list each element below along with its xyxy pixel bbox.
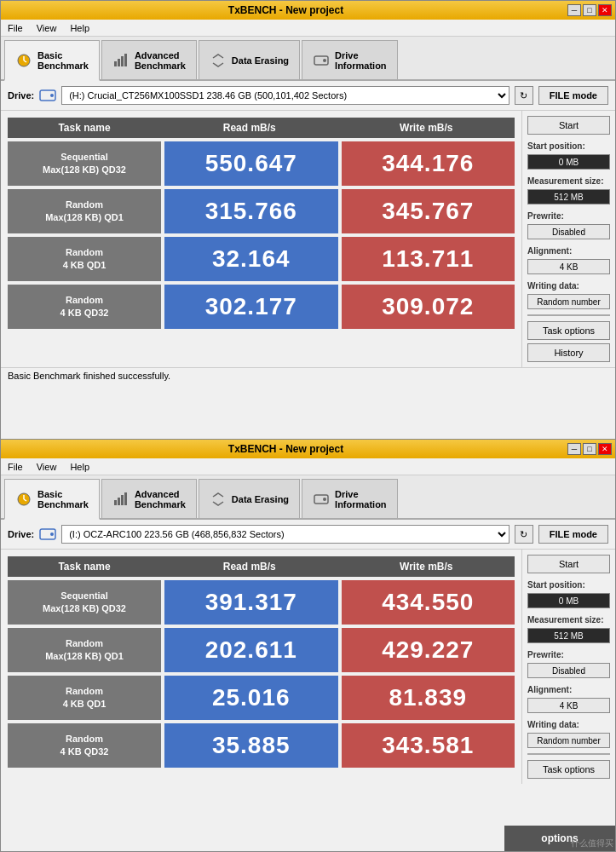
bench-label-3-1: Random4 KB QD1 [8, 237, 161, 281]
clock-icon [15, 52, 32, 69]
start-button-2[interactable]: Start [527, 555, 610, 573]
prewrite-value-2: Disabled [527, 663, 610, 678]
bench-read-3-1: 32.164 [164, 237, 338, 281]
bench-write-3-2: 81.839 [342, 676, 515, 720]
bench-read-2-1: 315.766 [164, 189, 338, 233]
window-1: TxBENCH - New project ─ □ ✕ File View He… [0, 0, 616, 443]
maximize-button-1[interactable]: □ [583, 4, 596, 16]
status-bar-1: Basic Benchmark finished successfully. [1, 367, 615, 383]
menu-help-1[interactable]: Help [66, 21, 93, 35]
svg-rect-6 [124, 54, 127, 66]
tab-data-erasing-2[interactable]: Data Erasing [199, 479, 300, 518]
drive-refresh-button-2[interactable]: ↻ [515, 525, 533, 544]
menu-view-1[interactable]: View [33, 21, 60, 35]
window-title-1: TxBENCH - New project [4, 4, 567, 16]
menu-help-2[interactable]: Help [66, 460, 93, 474]
menu-file-2[interactable]: File [4, 460, 26, 474]
start-position-value-1: 0 MB [527, 154, 610, 170]
arrows-icon-1 [210, 52, 227, 69]
drive-icon-2 [39, 527, 56, 541]
arrows-icon-2 [210, 491, 227, 508]
start-position-label-2: Start position: [527, 580, 610, 590]
separator-1 [527, 314, 610, 316]
bench-header-1: Task name Read mB/s Write mB/s [8, 118, 515, 138]
bench-row-4-2: Random4 KB QD32 35.885 343.581 [8, 723, 515, 768]
bench-label-1-1: SequentialMax(128 KB) QD32 [8, 141, 161, 186]
maximize-button-2[interactable]: □ [583, 443, 596, 455]
separator-2 [527, 753, 610, 755]
tab-drive-info-1[interactable]: DriveInformation [302, 40, 398, 79]
tab-drive-label-2: DriveInformation [335, 489, 387, 509]
task-options-button-1[interactable]: Task options [527, 321, 610, 340]
bench-row-4-1: Random4 KB QD32 302.177 309.072 [8, 285, 515, 329]
drive-select-2[interactable]: (I:) OCZ-ARC100 223.56 GB (468,856,832 S… [61, 525, 509, 544]
bench-row-3-1: Random4 KB QD1 32.164 113.711 [8, 237, 515, 281]
task-options-button-2[interactable]: Task options [527, 760, 610, 779]
history-button-1[interactable]: History [527, 343, 610, 362]
drive-refresh-button-1[interactable]: ↻ [515, 86, 533, 105]
bench-read-2-2: 202.611 [164, 628, 338, 672]
bench-row-1-1: SequentialMax(128 KB) QD32 550.647 344.1… [8, 141, 515, 186]
content-area-2: Task name Read mB/s Write mB/s Sequentia… [1, 550, 615, 784]
file-mode-button-2[interactable]: FILE mode [538, 525, 608, 544]
tab-basic-benchmark-2[interactable]: BasicBenchmark [4, 479, 100, 520]
svg-rect-17 [124, 492, 127, 505]
window-controls-2: ─ □ ✕ [567, 443, 612, 455]
svg-rect-14 [114, 500, 117, 505]
svg-rect-15 [118, 498, 120, 505]
tab-advanced-benchmark-1[interactable]: AdvancedBenchmark [101, 40, 197, 79]
start-button-1[interactable]: Start [527, 116, 610, 135]
drive-bar-1: Drive: (H:) Crucial_CT256MX100SSD1 238.4… [1, 81, 615, 111]
tab-drive-label-1: DriveInformation [335, 50, 387, 71]
svg-rect-3 [114, 61, 117, 66]
tab-advanced-label-1: AdvancedBenchmark [135, 50, 186, 71]
menu-bar-2: File View Help [1, 458, 615, 475]
prewrite-label-1: Prewrite: [527, 211, 610, 221]
right-panel-1: Start Start position: 0 MB Measurement s… [521, 111, 615, 367]
status-text-1: Basic Benchmark finished successfully. [8, 371, 170, 381]
writing-data-label-2: Writing data: [527, 720, 610, 729]
col-task-name-2: Task name [8, 556, 161, 577]
bench-read-1-1: 550.647 [164, 141, 338, 186]
drive-icon-1 [39, 89, 56, 102]
bench-write-4-2: 343.581 [342, 723, 515, 768]
bench-label-3-2: Random4 KB QD1 [8, 676, 161, 720]
tab-basic-label-1: BasicBenchmark [37, 50, 89, 71]
tab-drive-info-2[interactable]: DriveInformation [302, 479, 398, 518]
file-mode-button-1[interactable]: FILE mode [538, 86, 608, 105]
bench-row-2-1: RandomMax(128 KB) QD1 315.766 345.767 [8, 189, 515, 233]
start-position-label-1: Start position: [527, 141, 610, 151]
benchmark-table-1: Task name Read mB/s Write mB/s Sequentia… [1, 111, 521, 367]
tab-basic-benchmark-1[interactable]: BasicBenchmark [4, 40, 100, 81]
tab-data-erasing-1[interactable]: Data Erasing [199, 40, 300, 79]
window-controls-1: ─ □ ✕ [567, 4, 612, 16]
tab-basic-label-2: BasicBenchmark [37, 489, 89, 509]
menu-bar-1: File View Help [1, 20, 615, 37]
menu-view-2[interactable]: View [33, 460, 60, 474]
close-button-2[interactable]: ✕ [598, 443, 612, 455]
menu-file-1[interactable]: File [4, 21, 26, 35]
tab-bar-2: BasicBenchmark AdvancedBenchmark Data Er… [1, 475, 615, 520]
measurement-size-value-1: 512 MB [527, 189, 610, 204]
tab-erasing-label-1: Data Erasing [232, 55, 289, 66]
watermark: 什么值得买 [571, 838, 613, 849]
drive-select-1[interactable]: (H:) Crucial_CT256MX100SSD1 238.46 GB (5… [61, 86, 509, 105]
svg-rect-4 [118, 59, 120, 66]
right-panel-2: Start Start position: 0 MB Measurement s… [521, 550, 615, 784]
tab-advanced-benchmark-2[interactable]: AdvancedBenchmark [101, 479, 197, 518]
measurement-size-label-1: Measurement size: [527, 176, 610, 186]
close-button-1[interactable]: ✕ [598, 4, 612, 16]
minimize-button-1[interactable]: ─ [567, 4, 581, 16]
tab-erasing-label-2: Data Erasing [232, 494, 289, 504]
bench-row-2-2: RandomMax(128 KB) QD1 202.611 429.227 [8, 628, 515, 672]
bench-write-1-1: 344.176 [342, 141, 515, 186]
hdd-icon-2 [313, 491, 330, 508]
writing-data-label-1: Writing data: [527, 281, 610, 291]
bench-write-4-1: 309.072 [342, 285, 515, 329]
bench-label-4-1: Random4 KB QD32 [8, 285, 161, 329]
writing-data-value-2: Random number [527, 733, 610, 748]
minimize-button-2[interactable]: ─ [567, 443, 581, 455]
svg-point-8 [323, 59, 326, 62]
svg-point-21 [50, 532, 54, 536]
bench-row-3-2: Random4 KB QD1 25.016 81.839 [8, 676, 515, 720]
